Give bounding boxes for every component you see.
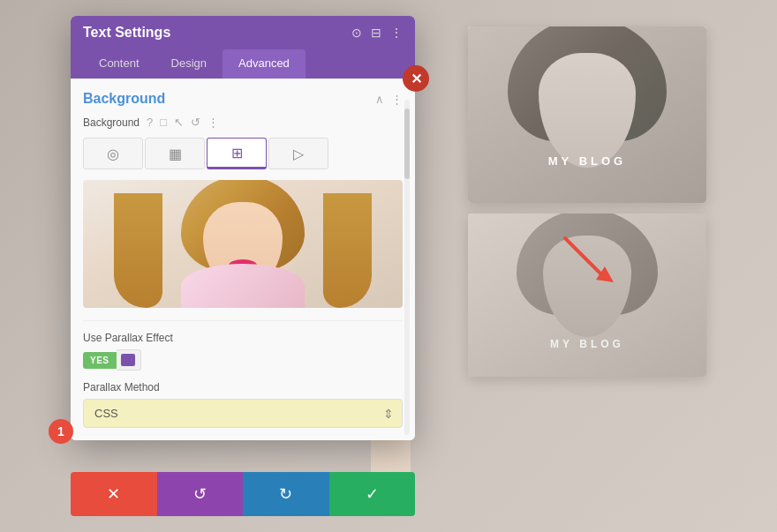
parallax-method-row: Parallax Method CSS True Parallax None ⇕ <box>83 381 403 428</box>
hair-right <box>323 193 372 308</box>
undo-button[interactable]: ↺ <box>157 472 244 516</box>
tab-advanced[interactable]: Advanced <box>223 49 306 79</box>
badge-number-1: 1 <box>49 419 73 444</box>
collapse-icon[interactable]: ∧ <box>375 93 384 106</box>
card-face <box>539 53 636 168</box>
parallax-method-label: Parallax Method <box>83 381 403 393</box>
section-title: Background <box>83 91 165 107</box>
settings-icon[interactable]: ⊙ <box>351 26 362 40</box>
blog-card-top-image: MY BLOG <box>468 26 706 203</box>
background-preview-image <box>83 180 403 308</box>
panel-title: Text Settings <box>83 25 170 41</box>
scrollbar[interactable] <box>404 100 410 435</box>
background-label: Background <box>83 116 140 129</box>
tab-design[interactable]: Design <box>155 49 223 79</box>
scrollbar-thumb[interactable] <box>404 109 410 179</box>
body <box>181 264 305 308</box>
background-label-row: Background ? □ ↖ ↺ ⋮ <box>83 116 403 129</box>
bottom-toolbar: ✕ ↺ ↻ ✓ <box>71 472 415 516</box>
layout-icon[interactable]: ⊟ <box>371 26 381 40</box>
parallax-toggle[interactable]: YES <box>83 349 403 371</box>
parallax-effect-label: Use Parallax Effect <box>83 332 403 344</box>
parallax-method-select[interactable]: CSS True Parallax None <box>83 399 403 428</box>
copy-icon[interactable]: □ <box>160 116 167 129</box>
cancel-button[interactable]: ✕ <box>71 472 157 516</box>
text-settings-panel: Text Settings ⊙ ⊟ ⋮ Content Design Advan… <box>71 16 415 440</box>
close-button[interactable]: ✕ <box>403 65 429 92</box>
hair-left <box>114 193 162 308</box>
section-header-actions: ∧ ⋮ <box>375 93 403 106</box>
blog-card-face-art <box>468 26 706 203</box>
toggle-handle[interactable] <box>117 349 141 371</box>
bg-type-gradient-button[interactable]: ▦ <box>145 138 205 169</box>
tab-content[interactable]: Content <box>83 49 155 79</box>
blog-title-top: MY BLOG <box>468 154 706 168</box>
bg-type-color-button[interactable]: ◎ <box>83 138 143 169</box>
svg-marker-1 <box>596 266 614 282</box>
panel-header-icons: ⊙ ⊟ ⋮ <box>351 26 403 40</box>
blog-card-top: MY BLOG <box>468 26 706 203</box>
section-more-icon[interactable]: ⋮ <box>391 93 403 106</box>
background-type-buttons: ◎ ▦ ⊞ ▷ <box>83 138 403 169</box>
toggle-knob <box>121 354 135 366</box>
bg-type-video-button[interactable]: ▷ <box>268 138 328 169</box>
red-arrow-indicator <box>556 234 627 278</box>
help-icon[interactable]: ? <box>147 116 153 129</box>
panel-body: Background ∧ ⋮ Background ? □ ↖ ↺ ⋮ ◎ ▦ … <box>71 79 415 440</box>
tabs-bar: Content Design Advanced <box>71 49 415 79</box>
parallax-method-select-wrapper: CSS True Parallax None ⇕ <box>83 399 403 428</box>
bg-type-image-button[interactable]: ⊞ <box>207 138 267 169</box>
undo-bg-icon[interactable]: ↺ <box>191 116 200 129</box>
more-icon[interactable]: ⋮ <box>390 26 403 40</box>
toggle-yes-label[interactable]: YES <box>83 352 117 369</box>
svg-line-0 <box>565 238 605 278</box>
divider <box>83 320 403 321</box>
section-header: Background ∧ ⋮ <box>83 91 403 107</box>
blog-title-bottom: MY BLOG <box>468 338 706 350</box>
save-button[interactable]: ✓ <box>329 472 416 516</box>
face-art <box>83 180 403 308</box>
redo-button[interactable]: ↻ <box>243 472 329 516</box>
cursor-icon[interactable]: ↖ <box>174 116 184 129</box>
panel-header: Text Settings ⊙ ⊟ ⋮ <box>71 16 415 49</box>
parallax-effect-row: Use Parallax Effect YES <box>83 332 403 371</box>
preview-face-art <box>83 180 403 308</box>
more-bg-icon[interactable]: ⋮ <box>207 116 219 129</box>
